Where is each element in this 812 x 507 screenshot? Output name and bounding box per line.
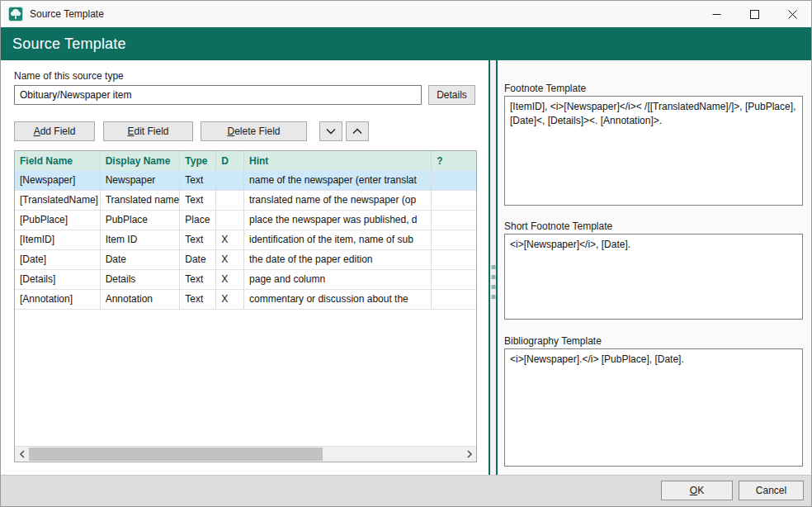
source-type-name-input[interactable] — [14, 85, 422, 105]
fields-table: Field Name Display Name Type D Hint ? [N… — [14, 150, 477, 462]
move-field-down-button[interactable] — [319, 121, 342, 141]
dialog-footer: OK Cancel — [1, 475, 811, 507]
source-type-name-label: Name of this source type — [14, 70, 124, 82]
close-icon — [788, 10, 797, 19]
cancel-button[interactable]: Cancel — [739, 481, 804, 500]
ok-button[interactable]: OK — [661, 481, 733, 500]
short-footnote-template-label: Short Footnote Template — [504, 220, 612, 232]
app-tree-icon — [8, 7, 23, 21]
source-template-dialog: Source Template Source Template Name of … — [0, 0, 812, 507]
splitter-grip-icon — [491, 265, 495, 299]
table-row-details[interactable]: [Details] Details Text X page and column — [15, 270, 476, 290]
maximize-icon — [750, 10, 759, 19]
footnote-template-label: Footnote Template — [504, 83, 586, 94]
table-row-pubplace[interactable]: [PubPlace] PubPlace Place place the news… — [15, 211, 476, 230]
fields-table-header: Field Name Display Name Type D Hint ? — [15, 151, 476, 171]
chevron-down-icon — [326, 128, 336, 135]
horizontal-scrollbar[interactable] — [15, 446, 476, 462]
maximize-button[interactable] — [735, 1, 773, 27]
minimize-icon — [712, 10, 721, 19]
move-field-up-button[interactable] — [346, 121, 369, 141]
page-title: Source Template — [12, 36, 126, 53]
table-row-annotation[interactable]: [Annotation] Annotation Text X commentar… — [15, 290, 476, 310]
bibliography-template-input[interactable]: <i>[Newspaper].</i> [PubPlace], [Date]. — [504, 348, 803, 467]
scroll-left-button[interactable] — [15, 447, 29, 462]
table-row-translatedname[interactable]: [TranslatedName] Translated name Text tr… — [15, 191, 476, 211]
column-header-hint: Hint — [244, 151, 432, 171]
footnote-template-input[interactable]: [ItemID], <i>[Newspaper]</i>< /[[Transla… — [504, 96, 803, 206]
details-button[interactable]: Details — [428, 85, 475, 105]
panel-splitter[interactable] — [489, 60, 498, 475]
left-panel: Name of this source type Details Add Fie… — [1, 60, 489, 475]
title-bar: Source Template — [1, 1, 811, 27]
chevron-right-icon — [467, 450, 472, 458]
scroll-right-button[interactable] — [462, 447, 476, 462]
column-header-type: Type — [180, 151, 216, 171]
minimize-button[interactable] — [697, 1, 735, 27]
right-panel: Footnote Template [ItemID], <i>[Newspape… — [498, 60, 812, 475]
bibliography-template-label: Bibliography Template — [504, 335, 602, 347]
close-button[interactable] — [773, 1, 811, 27]
add-field-button[interactable]: Add Field — [14, 121, 95, 141]
column-header-display-name: Display Name — [101, 151, 181, 171]
column-header-field-name: Field Name — [15, 151, 101, 171]
column-header-d: D — [216, 151, 244, 171]
table-row-itemid[interactable]: [ItemID] Item ID Text X identification o… — [15, 230, 476, 250]
window-controls — [697, 1, 811, 27]
chevron-up-icon — [352, 128, 362, 135]
page-header: Source Template — [1, 27, 811, 60]
scrollbar-thumb[interactable] — [29, 448, 323, 461]
short-footnote-template-input[interactable]: <i>[Newspaper]</i>, [Date]. — [504, 234, 803, 320]
table-empty-area — [15, 310, 476, 446]
edit-field-button[interactable]: Edit Field — [103, 121, 193, 141]
column-header-question: ? — [432, 151, 476, 171]
table-row-date[interactable]: [Date] Date Date X the date of the paper… — [15, 250, 476, 270]
table-row-newspaper[interactable]: [Newspaper] Newspaper Text name of the n… — [15, 171, 476, 191]
delete-field-button[interactable]: Delete Field — [201, 121, 307, 141]
window-title: Source Template — [30, 8, 104, 20]
chevron-left-icon — [20, 450, 25, 458]
